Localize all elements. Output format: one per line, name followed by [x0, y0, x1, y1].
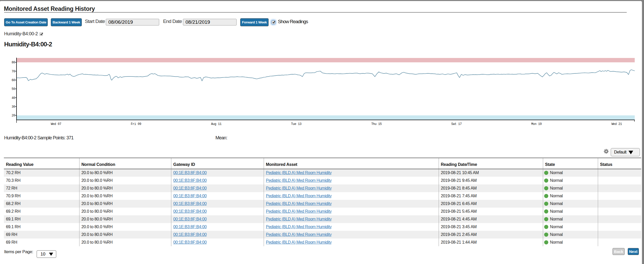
svg-text:20: 20	[12, 114, 15, 117]
svg-text:Aug 11: Aug 11	[211, 122, 222, 126]
svg-text:Thu 15: Thu 15	[371, 122, 382, 126]
svg-text:50: 50	[12, 87, 15, 91]
svg-text:80: 80	[12, 61, 15, 64]
svg-text:Wed 07: Wed 07	[51, 122, 61, 126]
svg-text:70: 70	[12, 70, 15, 73]
svg-text:Tue 13: Tue 13	[291, 122, 302, 126]
svg-text:60: 60	[12, 79, 15, 82]
svg-text:Wed 21: Wed 21	[611, 122, 622, 126]
svg-text:Mon 19: Mon 19	[531, 122, 542, 126]
svg-text:Sat 17: Sat 17	[451, 122, 462, 126]
svg-text:30: 30	[12, 105, 15, 109]
svg-text:Fri 09: Fri 09	[131, 122, 141, 126]
svg-text:40: 40	[12, 96, 15, 100]
